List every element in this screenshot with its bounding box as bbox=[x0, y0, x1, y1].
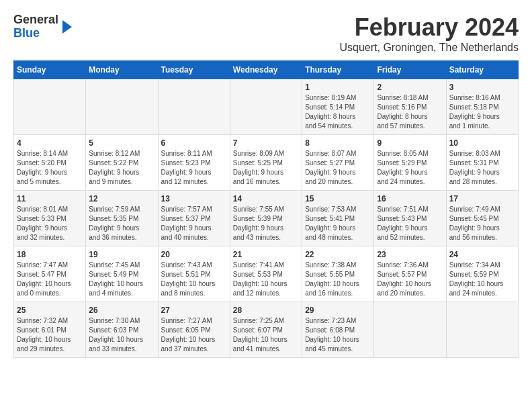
header: General Blue February 2024 Usquert, Gron… bbox=[13, 13, 519, 54]
header-saturday: Saturday bbox=[446, 61, 518, 79]
cell-week4-day2: 19Sunrise: 7:45 AM Sunset: 5:49 PM Dayli… bbox=[86, 246, 158, 302]
day-number: 23 bbox=[377, 250, 443, 259]
day-number: 13 bbox=[161, 194, 227, 203]
cell-week1-day7: 3Sunrise: 8:16 AM Sunset: 5:18 PM Daylig… bbox=[446, 79, 518, 135]
day-info: Sunrise: 7:38 AM Sunset: 5:55 PM Dayligh… bbox=[305, 261, 371, 298]
day-info: Sunrise: 8:18 AM Sunset: 5:16 PM Dayligh… bbox=[377, 93, 443, 131]
day-info: Sunrise: 8:11 AM Sunset: 5:23 PM Dayligh… bbox=[161, 149, 227, 187]
day-number: 8 bbox=[305, 138, 371, 148]
cell-week4-day3: 20Sunrise: 7:43 AM Sunset: 5:51 PM Dayli… bbox=[158, 246, 230, 302]
day-number: 16 bbox=[377, 194, 443, 203]
day-info: Sunrise: 8:16 AM Sunset: 5:18 PM Dayligh… bbox=[449, 93, 515, 131]
day-info: Sunrise: 8:14 AM Sunset: 5:20 PM Dayligh… bbox=[17, 149, 83, 187]
cell-week2-day2: 5Sunrise: 8:12 AM Sunset: 5:22 PM Daylig… bbox=[86, 135, 158, 191]
day-info: Sunrise: 7:30 AM Sunset: 6:03 PM Dayligh… bbox=[89, 316, 154, 354]
day-info: Sunrise: 8:01 AM Sunset: 5:33 PM Dayligh… bbox=[17, 205, 83, 242]
day-info: Sunrise: 7:41 AM Sunset: 5:53 PM Dayligh… bbox=[233, 261, 299, 298]
day-number: 4 bbox=[17, 138, 83, 148]
cell-week2-day1: 4Sunrise: 8:14 AM Sunset: 5:20 PM Daylig… bbox=[14, 135, 86, 191]
cell-week5-day6 bbox=[374, 302, 446, 358]
cell-week1-day5: 1Sunrise: 8:19 AM Sunset: 5:14 PM Daylig… bbox=[302, 79, 374, 135]
cell-week1-day4 bbox=[230, 79, 302, 135]
cell-week5-day4: 28Sunrise: 7:25 AM Sunset: 6:07 PM Dayli… bbox=[230, 302, 302, 358]
cell-week3-day5: 15Sunrise: 7:53 AM Sunset: 5:41 PM Dayli… bbox=[302, 191, 374, 246]
day-info: Sunrise: 7:34 AM Sunset: 5:59 PM Dayligh… bbox=[449, 261, 515, 298]
logo-arrow-icon bbox=[62, 20, 72, 34]
day-number: 2 bbox=[377, 83, 443, 92]
day-number: 6 bbox=[161, 138, 227, 148]
day-info: Sunrise: 7:43 AM Sunset: 5:51 PM Dayligh… bbox=[161, 261, 227, 298]
day-number: 9 bbox=[377, 138, 443, 148]
cell-week2-day3: 6Sunrise: 8:11 AM Sunset: 5:23 PM Daylig… bbox=[158, 135, 230, 191]
header-thursday: Thursday bbox=[302, 61, 374, 79]
calendar-header: SundayMondayTuesdayWednesdayThursdayFrid… bbox=[14, 61, 519, 79]
day-info: Sunrise: 7:53 AM Sunset: 5:41 PM Dayligh… bbox=[305, 205, 371, 242]
cell-week3-day6: 16Sunrise: 7:51 AM Sunset: 5:43 PM Dayli… bbox=[374, 191, 446, 246]
day-info: Sunrise: 8:05 AM Sunset: 5:29 PM Dayligh… bbox=[377, 149, 443, 187]
day-number: 19 bbox=[89, 250, 154, 259]
day-number: 25 bbox=[17, 306, 83, 315]
week-row-5: 25Sunrise: 7:32 AM Sunset: 6:01 PM Dayli… bbox=[14, 302, 519, 358]
day-info: Sunrise: 7:27 AM Sunset: 6:05 PM Dayligh… bbox=[161, 316, 227, 354]
cell-week2-day5: 8Sunrise: 8:07 AM Sunset: 5:27 PM Daylig… bbox=[302, 135, 374, 191]
day-number: 12 bbox=[89, 194, 154, 203]
day-info: Sunrise: 7:32 AM Sunset: 6:01 PM Dayligh… bbox=[17, 316, 83, 354]
day-number: 20 bbox=[161, 250, 227, 259]
cell-week5-day7 bbox=[446, 302, 518, 358]
day-info: Sunrise: 7:49 AM Sunset: 5:45 PM Dayligh… bbox=[449, 205, 515, 242]
cell-week2-day7: 10Sunrise: 8:03 AM Sunset: 5:31 PM Dayli… bbox=[446, 135, 518, 191]
day-number: 24 bbox=[449, 250, 515, 259]
day-number: 10 bbox=[449, 138, 515, 148]
cell-week4-day5: 22Sunrise: 7:38 AM Sunset: 5:55 PM Dayli… bbox=[302, 246, 374, 302]
day-info: Sunrise: 7:36 AM Sunset: 5:57 PM Dayligh… bbox=[377, 261, 443, 298]
cell-week3-day4: 14Sunrise: 7:55 AM Sunset: 5:39 PM Dayli… bbox=[230, 191, 302, 246]
logo: General Blue bbox=[13, 13, 72, 40]
week-row-1: 1Sunrise: 8:19 AM Sunset: 5:14 PM Daylig… bbox=[14, 79, 519, 135]
cell-week2-day6: 9Sunrise: 8:05 AM Sunset: 5:29 PM Daylig… bbox=[374, 135, 446, 191]
day-info: Sunrise: 7:47 AM Sunset: 5:47 PM Dayligh… bbox=[17, 261, 83, 298]
day-info: Sunrise: 7:25 AM Sunset: 6:07 PM Dayligh… bbox=[233, 316, 299, 354]
day-info: Sunrise: 8:03 AM Sunset: 5:31 PM Dayligh… bbox=[449, 149, 515, 187]
header-monday: Monday bbox=[86, 61, 158, 79]
day-info: Sunrise: 7:45 AM Sunset: 5:49 PM Dayligh… bbox=[89, 261, 154, 298]
day-info: Sunrise: 7:51 AM Sunset: 5:43 PM Dayligh… bbox=[377, 205, 443, 242]
day-number: 3 bbox=[449, 83, 515, 92]
week-row-2: 4Sunrise: 8:14 AM Sunset: 5:20 PM Daylig… bbox=[14, 135, 519, 191]
calendar-body: 1Sunrise: 8:19 AM Sunset: 5:14 PM Daylig… bbox=[14, 79, 519, 358]
day-info: Sunrise: 8:19 AM Sunset: 5:14 PM Dayligh… bbox=[305, 93, 371, 131]
logo-text: General Blue bbox=[13, 13, 58, 40]
day-info: Sunrise: 7:59 AM Sunset: 5:35 PM Dayligh… bbox=[89, 205, 154, 242]
header-friday: Friday bbox=[374, 61, 446, 79]
day-number: 27 bbox=[161, 306, 227, 315]
cell-week5-day1: 25Sunrise: 7:32 AM Sunset: 6:01 PM Dayli… bbox=[14, 302, 86, 358]
day-info: Sunrise: 7:57 AM Sunset: 5:37 PM Dayligh… bbox=[161, 205, 227, 242]
cell-week4-day7: 24Sunrise: 7:34 AM Sunset: 5:59 PM Dayli… bbox=[446, 246, 518, 302]
title-section: February 2024 Usquert, Groningen, The Ne… bbox=[339, 13, 519, 54]
day-info: Sunrise: 7:55 AM Sunset: 5:39 PM Dayligh… bbox=[233, 205, 299, 242]
day-number: 15 bbox=[305, 194, 371, 203]
header-row: SundayMondayTuesdayWednesdayThursdayFrid… bbox=[14, 61, 519, 79]
cell-week3-day3: 13Sunrise: 7:57 AM Sunset: 5:37 PM Dayli… bbox=[158, 191, 230, 246]
header-tuesday: Tuesday bbox=[158, 61, 230, 79]
week-row-3: 11Sunrise: 8:01 AM Sunset: 5:33 PM Dayli… bbox=[14, 191, 519, 246]
cell-week4-day4: 21Sunrise: 7:41 AM Sunset: 5:53 PM Dayli… bbox=[230, 246, 302, 302]
cell-week4-day6: 23Sunrise: 7:36 AM Sunset: 5:57 PM Dayli… bbox=[374, 246, 446, 302]
day-number: 29 bbox=[305, 306, 371, 315]
cell-week3-day1: 11Sunrise: 8:01 AM Sunset: 5:33 PM Dayli… bbox=[14, 191, 86, 246]
day-info: Sunrise: 8:12 AM Sunset: 5:22 PM Dayligh… bbox=[89, 149, 154, 187]
logo-blue: Blue bbox=[13, 27, 58, 40]
day-number: 14 bbox=[233, 194, 299, 203]
day-info: Sunrise: 7:23 AM Sunset: 6:08 PM Dayligh… bbox=[305, 316, 371, 354]
calendar-table: SundayMondayTuesdayWednesdayThursdayFrid… bbox=[13, 60, 519, 358]
day-number: 1 bbox=[305, 83, 371, 92]
cell-week5-day2: 26Sunrise: 7:30 AM Sunset: 6:03 PM Dayli… bbox=[86, 302, 158, 358]
day-number: 18 bbox=[17, 250, 83, 259]
day-number: 11 bbox=[17, 194, 83, 203]
header-sunday: Sunday bbox=[14, 61, 86, 79]
cell-week5-day5: 29Sunrise: 7:23 AM Sunset: 6:08 PM Dayli… bbox=[302, 302, 374, 358]
logo-general: General bbox=[13, 13, 58, 27]
week-row-4: 18Sunrise: 7:47 AM Sunset: 5:47 PM Dayli… bbox=[14, 246, 519, 302]
cell-week1-day2 bbox=[86, 79, 158, 135]
day-info: Sunrise: 8:09 AM Sunset: 5:25 PM Dayligh… bbox=[233, 149, 299, 187]
cell-week5-day3: 27Sunrise: 7:27 AM Sunset: 6:05 PM Dayli… bbox=[158, 302, 230, 358]
